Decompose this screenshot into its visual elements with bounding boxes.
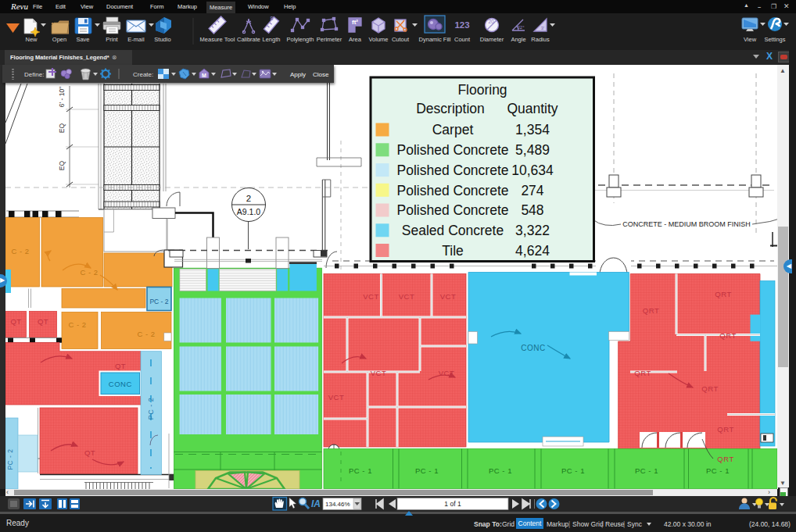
svg-text:C - 2: C - 2 xyxy=(68,320,86,329)
svg-text:Define:: Define: xyxy=(24,71,44,78)
svg-text:View: View xyxy=(744,36,757,43)
svg-text:VCT: VCT xyxy=(371,369,387,377)
svg-text:QT: QT xyxy=(84,448,95,457)
svg-text:4,624: 4,624 xyxy=(515,243,550,259)
svg-text:VCT: VCT xyxy=(399,292,415,301)
svg-text:Diameter: Diameter xyxy=(480,36,504,43)
svg-text:QRT: QRT xyxy=(717,455,733,463)
svg-text:Dynamic Fill: Dynamic Fill xyxy=(419,36,451,43)
svg-text:Volume: Volume xyxy=(368,36,388,43)
svg-text:Carpet: Carpet xyxy=(432,122,474,137)
svg-text:New: New xyxy=(25,36,38,43)
svg-text:Close: Close xyxy=(313,71,329,78)
svg-text:Create:: Create: xyxy=(133,71,153,78)
svg-text:QRT: QRT xyxy=(717,425,733,434)
svg-text:C - 2: C - 2 xyxy=(137,330,155,338)
svg-text:5,489: 5,489 xyxy=(515,142,550,158)
svg-text:PC - 1: PC - 1 xyxy=(635,466,658,475)
svg-text:QRT: QRT xyxy=(715,290,731,298)
svg-text:Studio: Studio xyxy=(154,36,170,43)
svg-text:EQ: EQ xyxy=(58,160,66,170)
svg-text:Polished Concrete: Polished Concrete xyxy=(397,162,509,178)
svg-text:3,322: 3,322 xyxy=(515,223,550,238)
svg-text:548: 548 xyxy=(521,202,543,218)
svg-text:PC - 2: PC - 2 xyxy=(6,448,14,470)
svg-text:274: 274 xyxy=(521,183,543,198)
svg-text:CONC: CONC xyxy=(521,344,545,352)
svg-text:Area: Area xyxy=(349,36,362,43)
svg-text:PC - 1: PC - 1 xyxy=(561,466,585,475)
svg-text:VCT: VCT xyxy=(328,393,345,402)
svg-text:PC - 2: PC - 2 xyxy=(149,298,168,305)
svg-text:VCT: VCT xyxy=(363,292,379,301)
svg-text:Calibrate: Calibrate xyxy=(237,36,260,43)
svg-text:134.46%: 134.46% xyxy=(325,501,350,508)
svg-text:PC - 1: PC - 1 xyxy=(349,466,372,475)
svg-text:2: 2 xyxy=(246,194,251,203)
svg-text:C - 2: C - 2 xyxy=(80,268,98,277)
svg-text:QRT: QRT xyxy=(643,306,659,315)
svg-text:Polished Concrete: Polished Concrete xyxy=(397,142,509,158)
svg-text:20: 20 xyxy=(488,19,494,24)
svg-text:Apply: Apply xyxy=(290,71,306,78)
svg-text:10,634: 10,634 xyxy=(511,162,554,178)
svg-text:VCT: VCT xyxy=(440,292,457,301)
svg-text:M: M xyxy=(202,73,206,78)
svg-text:Polylength: Polylength xyxy=(286,36,314,43)
svg-text:QT: QT xyxy=(115,362,126,370)
svg-text:QT: QT xyxy=(10,317,21,326)
svg-text:Flooring: Flooring xyxy=(457,82,507,98)
svg-text:8': 8' xyxy=(270,16,274,21)
svg-text:123: 123 xyxy=(454,20,469,30)
svg-text:QRT: QRT xyxy=(634,369,651,377)
svg-text:EQ: EQ xyxy=(58,123,66,133)
svg-text:Count: Count xyxy=(454,36,471,43)
svg-text:32°: 32° xyxy=(517,25,525,30)
svg-text:Length: Length xyxy=(263,36,281,43)
svg-text:Open: Open xyxy=(52,36,66,43)
svg-text:Sealed Concrete: Sealed Concrete xyxy=(402,223,504,238)
svg-text:Measure Tool: Measure Tool xyxy=(200,36,235,43)
svg-text:CONCRETE - MEDIUM BROOM FINISH: CONCRETE - MEDIUM BROOM FINISH xyxy=(622,220,751,228)
svg-text:Description: Description xyxy=(416,101,485,116)
svg-text:1,354: 1,354 xyxy=(515,122,550,137)
svg-text:Polished Concrete: Polished Concrete xyxy=(397,183,509,198)
svg-text:Radius: Radius xyxy=(531,36,550,43)
svg-text:1 of 1: 1 of 1 xyxy=(444,500,461,508)
svg-text:PC - 1: PC - 1 xyxy=(489,466,512,475)
svg-text:QT: QT xyxy=(38,317,48,326)
svg-text:Polished Concrete: Polished Concrete xyxy=(397,202,509,218)
svg-text:QRT: QRT xyxy=(719,331,736,340)
svg-text:PC - 1: PC - 1 xyxy=(706,466,730,475)
svg-text:Settings: Settings xyxy=(764,36,785,43)
svg-text:3': 3' xyxy=(541,26,544,30)
svg-text:Save: Save xyxy=(76,36,89,43)
svg-text:PC - 1: PC - 1 xyxy=(415,466,439,475)
svg-text:ft²: ft² xyxy=(352,19,358,26)
svg-text:QRT: QRT xyxy=(701,384,718,393)
svg-text:Angle: Angle xyxy=(511,36,525,43)
svg-text:IA: IA xyxy=(311,498,321,509)
svg-text:Tile: Tile xyxy=(442,243,464,259)
svg-text:CONC: CONC xyxy=(109,380,132,388)
svg-text:A9.1.0: A9.1.0 xyxy=(237,207,261,216)
svg-text:Cutout: Cutout xyxy=(392,36,410,43)
svg-text:Perimeter: Perimeter xyxy=(317,36,342,43)
svg-text:E-mail: E-mail xyxy=(127,36,145,43)
svg-text:Quantity: Quantity xyxy=(507,101,558,116)
svg-text:PC - 2: PC - 2 xyxy=(147,398,155,420)
svg-text:Print: Print xyxy=(106,36,118,43)
svg-text:6' - 10": 6' - 10" xyxy=(58,87,66,107)
svg-text:C - 2: C - 2 xyxy=(11,247,29,255)
